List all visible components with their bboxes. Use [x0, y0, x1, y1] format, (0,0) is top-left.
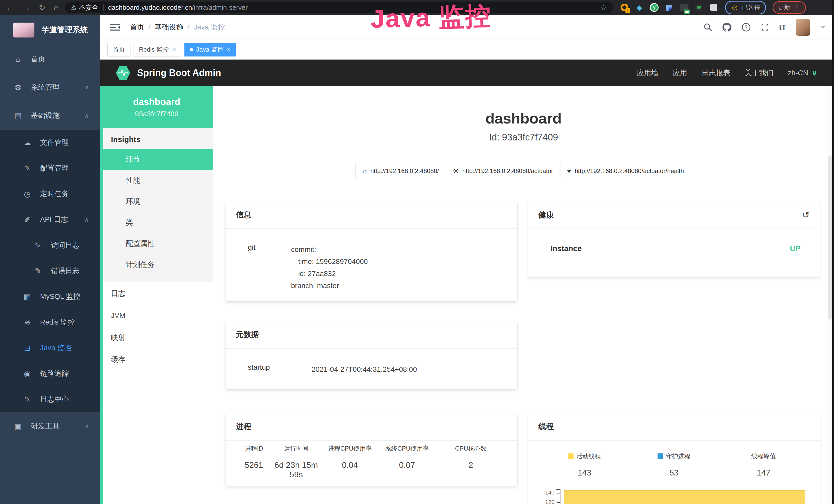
metadata-key: startup [237, 363, 311, 375]
sba-locale-select[interactable]: zh-CN ∨ [788, 68, 817, 77]
browser-home-icon[interactable]: ⌂ [54, 3, 59, 12]
url-host[interactable]: dashboard.yudao.iocoder.cn [108, 4, 192, 12]
user-avatar[interactable] [796, 19, 810, 36]
peak-threads-value: 147 [719, 468, 808, 478]
extension-icon-orange[interactable]: 1 [620, 3, 629, 12]
sba-item-logs[interactable]: 日志 [100, 282, 213, 304]
service-url-button[interactable]: ⌂ http://192.168.0.2:48080/ [355, 163, 446, 179]
app-logo-row[interactable]: 芋道管理系统 [0, 15, 100, 45]
legend-daemon-threads: 守护进程 [629, 452, 719, 460]
extension-icon-grid[interactable]: ▦ [664, 3, 674, 12]
sba-logo-icon[interactable] [115, 65, 131, 81]
bookmark-star-icon[interactable]: ☆ [600, 3, 607, 12]
chevron-up-icon: ∧ [84, 216, 89, 223]
font-size-icon[interactable]: tT [779, 23, 786, 31]
sidebar-item-access-log[interactable]: ✎ 访问日志 [0, 232, 100, 258]
sba-item-jvm[interactable]: JVM [100, 304, 213, 327]
extension-icon-leaf[interactable] [694, 3, 704, 12]
sidebar-item-system-mgmt[interactable]: ⚙ 系统管理 ∨ [0, 73, 100, 101]
profile-paused-chip[interactable]: ☺ 已暂停 [725, 1, 766, 15]
sidebar-item-java-monitor[interactable]: ⊡ Java 监控 [0, 335, 100, 361]
extension-icon-switch[interactable]: on [679, 3, 688, 12]
extension-icon-drop[interactable]: ◆ [635, 3, 644, 12]
sidebar-item-scheduled-jobs[interactable]: ◷ 定时任务 [0, 181, 100, 207]
sidebar-item-config-mgmt[interactable]: ✎ 配置管理 [0, 155, 100, 181]
browser-update-button[interactable]: 更新 ⋮ [773, 1, 806, 14]
sba-content: dashboard Id: 93a3fc7f7409 ⌂ http://192.… [213, 86, 834, 504]
browser-back-icon[interactable]: ← [6, 3, 14, 12]
chevron-down-icon: ∨ [811, 68, 817, 77]
sidebar-item-mysql-monitor[interactable]: ▦ MySQL 监控 [0, 284, 100, 310]
sba-item-metrics[interactable]: 性能 [100, 170, 213, 191]
edit-icon: ✎ [22, 164, 33, 173]
sidebar-item-infrastructure[interactable]: ▤ 基础设施 ∧ [0, 101, 100, 130]
sba-item-configprops[interactable]: 配置属性 [100, 233, 213, 254]
extension-badge: 1 [626, 8, 630, 13]
sba-item-classes[interactable]: 类 [100, 212, 213, 233]
sba-item-scheduled-tasks[interactable]: 计划任务 [100, 254, 213, 275]
sidebar-item-redis-monitor[interactable]: ≋ Redis 监控 [0, 310, 100, 335]
sidebar-item-file-mgmt[interactable]: ☁ 文件管理 [0, 130, 100, 155]
chevron-down-icon: ∨ [84, 422, 89, 430]
browser-reload-icon[interactable]: ↻ [39, 3, 45, 12]
breadcrumb-home[interactable]: 首页 [130, 22, 144, 32]
tab-home[interactable]: 首页 [107, 43, 130, 56]
url-path[interactable]: /infra/admin-server [192, 4, 248, 12]
admin-sidebar: 芋道管理系统 ⌂ 首页 ⚙ 系统管理 ∨ ▤ 基础设施 ∧ ☁ 文件管理 ✎ 配… [0, 15, 100, 504]
puzzle-extension-icon[interactable] [709, 3, 719, 12]
tab-redis-monitor[interactable]: Redis 监控 × [134, 43, 181, 56]
address-bar[interactable]: ⚠ 不安全 dashboard.yudao.iocoder.cn /infra/… [65, 2, 613, 13]
instance-links: ⌂ http://192.168.0.2:48080/ ⚒ http://192… [213, 163, 834, 179]
sba-nav-wallboard[interactable]: 应用墙 [637, 68, 658, 78]
sba-instance-header[interactable]: dashboard 93a3fc7f7409 [100, 86, 213, 129]
extension-icon-green-y[interactable]: y [650, 3, 659, 12]
sidebar-item-log-center[interactable]: ✎ 日志中心 [0, 386, 100, 412]
log-icon: ✎ [32, 241, 44, 250]
avatar-caret-icon[interactable] [821, 26, 825, 29]
sba-item-environment[interactable]: 环境 [100, 191, 213, 212]
sba-item-details[interactable]: 细节 [100, 149, 213, 170]
sba-brand-title[interactable]: Spring Boot Admin [137, 68, 221, 78]
sba-item-mappings[interactable]: 映射 [100, 327, 213, 349]
sba-nav-applications[interactable]: 应用 [673, 68, 687, 78]
info-git-row: git commit: time: 1596289704000 id: 27aa… [237, 236, 506, 301]
sba-nav-about[interactable]: 关于我们 [745, 68, 773, 78]
sba-sidebar: dashboard 93a3fc7f7409 Insights 细节 性能 环境… [100, 86, 213, 504]
help-icon[interactable]: ? [742, 23, 751, 32]
document-edit-icon: ✐ [22, 215, 33, 224]
ytick-120: 120 [540, 499, 554, 504]
sidebar-item-error-log[interactable]: ✎ 错误日志 [0, 258, 100, 284]
heartbeat-icon: ♥ [567, 167, 571, 175]
scrollbar-thumb[interactable] [828, 155, 832, 320]
sidebar-item-home[interactable]: ⌂ 首页 [0, 45, 100, 73]
browser-forward-icon[interactable]: → [22, 3, 30, 12]
sba-nav-journal[interactable]: 日志报表 [701, 68, 730, 78]
health-instance-row[interactable]: Instance UP [540, 236, 808, 263]
info-value: commit: time: 1596289704000 id: 27aa832 … [291, 244, 368, 292]
daemon-threads-value: 53 [629, 468, 719, 478]
fullscreen-icon[interactable] [761, 23, 769, 31]
sba-item-caches[interactable]: 缓存 [100, 349, 213, 371]
not-secure-label[interactable]: 不安全 [79, 3, 98, 12]
search-icon[interactable] [704, 23, 712, 31]
info-card-title: 信息 [236, 209, 251, 220]
cards-grid: 信息 git commit: time: 1596289704000 id: 2… [213, 201, 834, 504]
svg-text:?: ? [745, 24, 748, 30]
chart-axis-line [560, 489, 561, 504]
close-icon[interactable]: × [172, 46, 176, 53]
hamburger-icon[interactable] [110, 23, 120, 31]
health-url-button[interactable]: ♥ http://192.168.0.2:48080/actuator/heal… [560, 163, 691, 179]
history-icon[interactable]: ↺ [802, 209, 810, 220]
sidebar-item-api-logs[interactable]: ✐ API 日志 ∧ [0, 207, 100, 232]
tab-java-monitor[interactable]: Java 监控 × [184, 43, 236, 56]
actuator-url-button[interactable]: ⚒ http://192.168.0.2:48080/actuator [446, 163, 561, 179]
sidebar-item-dev-tools[interactable]: ▣ 研发工具 ∨ [0, 412, 100, 440]
close-icon[interactable]: × [227, 46, 231, 53]
legend-peak-threads: 线程峰值 [719, 452, 808, 460]
sidebar-item-trace[interactable]: ◉ 链路追踪 [0, 361, 100, 386]
page-scrollbar[interactable] [828, 86, 832, 504]
breadcrumb-infrastructure[interactable]: 基础设施 [155, 22, 183, 32]
wrench-icon: ⚒ [453, 167, 459, 175]
github-icon[interactable] [722, 22, 732, 32]
browser-menu-icon[interactable]: ⋮ [793, 3, 800, 12]
